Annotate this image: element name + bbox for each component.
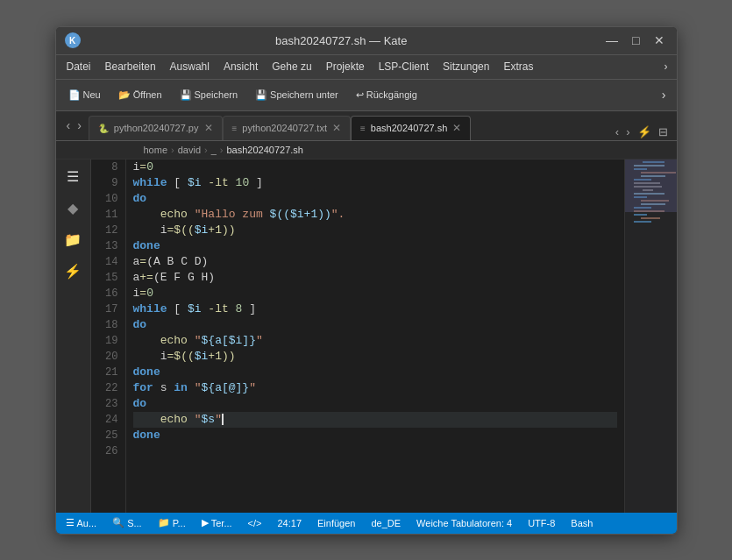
line-num-10: 10 [91,191,118,207]
status-syntax-label: Bash [571,518,593,528]
menu-bearbeiten[interactable]: Bearbeiten [98,57,163,76]
line-num-16: 16 [91,286,118,301]
menu-sitzungen[interactable]: Sitzungen [436,57,496,76]
tab-python-txt[interactable]: ≡ python20240727.txt ✕ [223,116,351,140]
status-cursor-label: 24:17 [277,518,302,528]
breadcrumb-tilde[interactable]: _ [211,145,217,155]
menu-more-icon[interactable]: › [659,57,673,76]
status-output[interactable]: ☰ Au... [63,517,100,528]
minimap-highlight [625,159,677,212]
status-search-label: S... [127,518,142,528]
status-indent[interactable]: Weiche Tabulatoren: 4 [414,518,515,528]
status-search[interactable]: 🔍 S... [110,517,145,528]
tab-prev-button[interactable]: ‹ [63,117,75,134]
sidebar-git-icon[interactable]: ◆ [60,196,85,221]
line-num-11: 11 [91,207,118,223]
maximize-button[interactable]: □ [629,32,643,49]
tab-back-button[interactable]: ‹ [612,124,622,140]
code-line-9: while [ $i -lt 10 ] [133,175,617,191]
open-button[interactable]: 📂 Öffnen [111,86,169,104]
code-line-23: do [133,396,617,412]
menu-lsp-client[interactable]: LSP-Client [372,57,436,76]
status-search-icon: 🔍 [112,517,124,528]
minimap [624,159,677,513]
save-as-button[interactable]: 💾 Speichern unter [248,86,345,104]
status-lsp[interactable]: </> [245,518,265,528]
tab-bash-sh-close[interactable]: ✕ [452,122,461,134]
status-cursor[interactable]: 24:17 [274,518,304,528]
menu-ansicht[interactable]: Ansicht [217,57,265,76]
line-num-12: 12 [91,223,118,238]
menu-gehe-zu[interactable]: Gehe zu [265,57,318,76]
status-output-icon: ☰ [66,517,75,528]
status-mode[interactable]: Einfügen [315,518,358,528]
minimize-button[interactable]: — [602,32,622,49]
line-num-22: 22 [91,380,118,396]
breadcrumb-david[interactable]: david [178,145,201,155]
main-window: K bash20240727.sh — Kate — □ ✕ Datei Bea… [55,26,678,535]
code-line-22: for s in "${a[@]}" [133,380,617,396]
tab-split-button[interactable]: ⊟ [655,124,672,140]
line-num-8: 8 [91,159,118,175]
code-line-21: done [133,365,617,380]
save-icon: 💾 [180,89,192,101]
tab-bash-sh[interactable]: ≡ bash20240727.sh ✕ [351,116,471,140]
line-num-13: 13 [91,238,118,254]
code-line-25: done [133,428,617,443]
line-num-20: 20 [91,349,118,365]
new-icon: 📄 [68,89,81,101]
line-num-24: 24 [91,412,118,428]
sidebar-icons: ☰ ◆ 📁 ⚡ [56,159,91,513]
undo-button[interactable]: ↩ Rückgängig [349,86,424,104]
menu-projekte[interactable]: Projekte [319,57,372,76]
menu-auswahl[interactable]: Auswahl [163,57,217,76]
status-projects-label: P... [173,518,186,528]
tab-nav: ‹ › [60,110,89,140]
python-py-icon: 🐍 [98,124,109,133]
statusbar: ☰ Au... 🔍 S... 📁 P... ▶ Ter... </> 24:17… [56,513,677,534]
status-terminal-icon: ▶ [202,517,209,528]
editor-content[interactable]: 8 9 10 11 12 13 14 15 16 17 18 19 20 21 … [91,159,677,513]
status-language[interactable]: de_DE [368,518,403,528]
menu-extras[interactable]: Extras [496,57,540,76]
tab-next-button[interactable]: › [74,117,85,134]
tab-forward-button[interactable]: › [622,124,633,140]
breadcrumb-sep2: › [204,145,208,155]
tabbar: ‹ › 🐍 python20240727.py ✕ ≡ python202407… [56,111,677,141]
menu-datei[interactable]: Datei [60,57,98,76]
status-terminal[interactable]: ▶ Ter... [199,517,235,528]
editor-area[interactable]: 8 9 10 11 12 13 14 15 16 17 18 19 20 21 … [91,159,677,513]
new-button[interactable]: 📄 Neu [61,86,108,104]
line-num-18: 18 [91,317,118,333]
tab-quick-open-button[interactable]: ⚡ [634,124,655,140]
breadcrumb-home[interactable]: home [144,145,168,155]
save-as-icon: 💾 [255,89,267,101]
status-indent-label: Weiche Tabulatoren: 4 [416,518,512,528]
sidebar-folder-icon[interactable]: 📁 [60,228,85,252]
bash-sh-icon: ≡ [360,124,366,133]
status-output-label: Au... [77,518,97,528]
tab-python-txt-label: python20240727.txt [242,123,327,133]
breadcrumb-file: bash20240727.sh [226,145,302,155]
svg-rect-17 [634,221,651,223]
status-projects[interactable]: 📁 P... [155,517,188,528]
sidebar-plugin-icon[interactable]: ⚡ [60,259,85,284]
tab-python-py[interactable]: 🐍 python20240727.py ✕ [89,116,223,140]
code-line-15: a+=(E F G H) [133,270,617,286]
line-num-25: 25 [91,428,118,443]
status-encoding[interactable]: UTF-8 [525,518,558,528]
window-title: bash20240727.sh — Kate [81,34,603,47]
line-num-15: 15 [91,270,118,286]
toolbar-more-icon[interactable]: › [657,84,672,105]
status-language-label: de_DE [371,518,401,528]
close-button[interactable]: ✕ [650,32,668,49]
status-lsp-label: </> [248,518,262,528]
save-button[interactable]: 💾 Speichern [173,86,245,104]
tab-python-txt-close[interactable]: ✕ [332,122,341,134]
undo-icon: ↩ [356,89,364,101]
code-lines[interactable]: i=0 while [ $i -lt 10 ] do echo "Hallo z… [126,159,624,513]
status-syntax[interactable]: Bash [568,518,595,528]
titlebar: K bash20240727.sh — Kate — □ ✕ [56,27,677,55]
tab-python-py-close[interactable]: ✕ [204,122,213,134]
sidebar-terminal-icon[interactable]: ☰ [60,165,85,189]
